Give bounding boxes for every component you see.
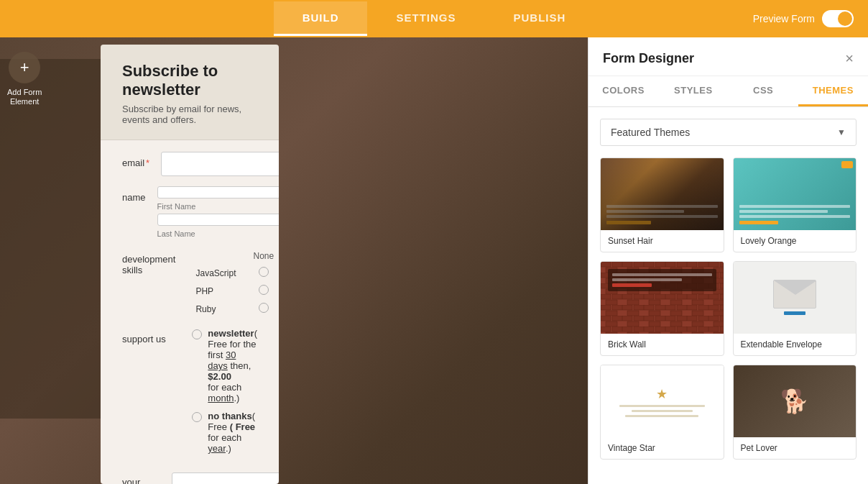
form-designer-panel: Form Designer × COLORS STYLES CSS THEMES… — [588, 37, 868, 484]
vintage-line2 — [632, 410, 693, 412]
skill-ruby: Ruby — [187, 300, 244, 318]
add-form-text: Add Form Element — [7, 88, 42, 106]
signature-row: your signature Send feedback — [122, 471, 257, 484]
theme-card-sunset-hair[interactable]: Sunset Hair — [600, 157, 724, 252]
star-icon: ★ — [656, 386, 668, 402]
theme-card-brick-wall[interactable]: Brick Wall — [600, 261, 724, 356]
first-name-input[interactable] — [157, 186, 279, 198]
signature-input[interactable] — [172, 472, 279, 484]
theme-name-brick-wall: Brick Wall — [601, 334, 724, 355]
preview-toggle[interactable] — [822, 10, 854, 27]
add-form-element-button[interactable]: + Add Form Element — [7, 52, 42, 106]
dog-icon: 🐕 — [780, 388, 809, 415]
email-input[interactable] — [161, 152, 279, 176]
radio-php-none[interactable] — [259, 285, 269, 295]
form-title: Subscribe to newsletter — [122, 62, 257, 99]
support-label: support us — [122, 328, 180, 344]
envelope-icon — [773, 280, 816, 316]
email-field-row: email* — [122, 152, 257, 176]
vintage-line1 — [619, 405, 705, 407]
tab-css[interactable]: CSS — [729, 76, 798, 106]
designer-tabs: COLORS STYLES CSS THEMES — [588, 76, 868, 107]
name-field-row: name First Name Last Name — [122, 186, 257, 238]
skill-php: PHP — [187, 282, 244, 300]
designer-title: Form Designer — [603, 51, 694, 66]
dropdown-label: Featured Themes — [611, 127, 690, 138]
featured-themes-dropdown[interactable]: Featured Themes ▼ — [600, 119, 857, 146]
dev-skills-row: development skills None Novice Good Expe… — [122, 248, 257, 318]
theme-thumb-sunset — [601, 158, 724, 230]
main-area: + Add Form Element Subscribe to newslett… — [0, 37, 868, 484]
nav-tab-publish[interactable]: PUBLISH — [485, 1, 595, 36]
form-body: email* name First Name Last Name develop… — [101, 140, 279, 484]
theme-thumb-vintage: ★ — [601, 365, 724, 437]
theme-thumb-petlover: 🐕 — [734, 365, 857, 437]
theme-name-pet-lover: Pet Lover — [734, 437, 857, 459]
orange-badge — [841, 161, 853, 168]
radio-ruby-none[interactable] — [259, 303, 269, 313]
dev-skills-label: development skills — [122, 248, 175, 275]
tab-themes[interactable]: THEMES — [798, 76, 868, 106]
tab-styles[interactable]: STYLES — [658, 76, 728, 106]
theme-card-pet-lover[interactable]: 🐕 Pet Lover — [733, 365, 857, 460]
tab-colors[interactable]: COLORS — [588, 76, 658, 106]
support-option-newsletter: newsletter( Free for the first 30 days t… — [192, 328, 257, 403]
col-none: None — [244, 248, 279, 264]
add-form-circle-icon: + — [9, 52, 40, 83]
toggle-knob — [838, 12, 852, 26]
required-indicator: * — [146, 157, 149, 168]
theme-card-vintage-star[interactable]: ★ Vintage Star — [600, 365, 724, 460]
designer-header: Form Designer × — [588, 37, 868, 76]
first-name-sublabel: First Name — [157, 202, 279, 211]
email-label: email* — [122, 152, 149, 168]
skills-table: None Novice Good Expert JavaScript — [187, 248, 279, 318]
mini-form-orange — [739, 205, 851, 224]
theme-thumb-orange — [734, 158, 857, 230]
radio-js-none[interactable] — [259, 267, 269, 277]
form-subtitle: Subscribe by email for news, events and … — [122, 104, 257, 125]
last-name-input[interactable] — [157, 214, 279, 226]
nav-tabs: BUILD SETTINGS PUBLISH — [274, 1, 595, 36]
chevron-down-icon: ▼ — [837, 127, 846, 137]
close-button[interactable]: × — [845, 50, 854, 67]
theme-name-lovely-orange: Lovely Orange — [734, 230, 857, 252]
radio-nothanks[interactable] — [192, 412, 202, 422]
nav-tab-settings[interactable]: SETTINGS — [367, 1, 484, 36]
table-row: Ruby — [187, 300, 279, 318]
theme-name-envelope: Extendable Envelope — [734, 334, 857, 355]
support-option-nothanks: no thanks( Free ( Free for each year.) — [192, 411, 257, 454]
support-options: newsletter( Free for the first 30 days t… — [192, 328, 257, 461]
themes-body: Featured Themes ▼ Sunse — [588, 107, 868, 484]
form-header: Subscribe to newsletter Subscribe by ema… — [101, 45, 279, 140]
table-row: JavaScript — [187, 264, 279, 282]
newsletter-text: newsletter( Free for the first 30 days t… — [208, 328, 257, 403]
theme-card-envelope[interactable]: Extendable Envelope — [733, 261, 857, 356]
bg-left — [0, 59, 101, 419]
last-name-sublabel: Last Name — [157, 229, 279, 238]
theme-name-sunset: Sunset Hair — [601, 230, 724, 252]
table-row: PHP — [187, 282, 279, 300]
theme-card-lovely-orange[interactable]: Lovely Orange — [733, 157, 857, 252]
themes-dropdown-wrapper: Featured Themes ▼ — [600, 119, 857, 146]
theme-thumb-brickwall — [601, 262, 724, 334]
vintage-line3 — [625, 415, 698, 417]
theme-name-vintage: Vintage Star — [601, 437, 724, 459]
skill-js: JavaScript — [187, 264, 244, 282]
preview-form-label: Preview Form — [753, 13, 815, 24]
nothanks-text: no thanks( Free ( Free for each year.) — [208, 411, 257, 454]
signature-label: your signature — [122, 471, 160, 484]
top-navigation: BUILD SETTINGS PUBLISH Preview Form — [0, 0, 868, 37]
mini-form-brick — [608, 269, 716, 291]
support-us-row: support us newsletter( Free for the firs… — [122, 328, 257, 461]
mini-form-sunset — [606, 205, 718, 224]
radio-newsletter[interactable] — [192, 329, 202, 339]
nav-tab-build[interactable]: BUILD — [274, 1, 368, 36]
nav-right: Preview Form — [753, 10, 854, 27]
form-panel: Subscribe to newsletter Subscribe by ema… — [101, 45, 279, 484]
name-inputs: First Name Last Name — [157, 186, 279, 238]
name-label: name — [122, 186, 146, 203]
themes-grid: Sunset Hair Lovely Orange — [600, 157, 857, 460]
theme-thumb-envelope — [734, 262, 857, 334]
